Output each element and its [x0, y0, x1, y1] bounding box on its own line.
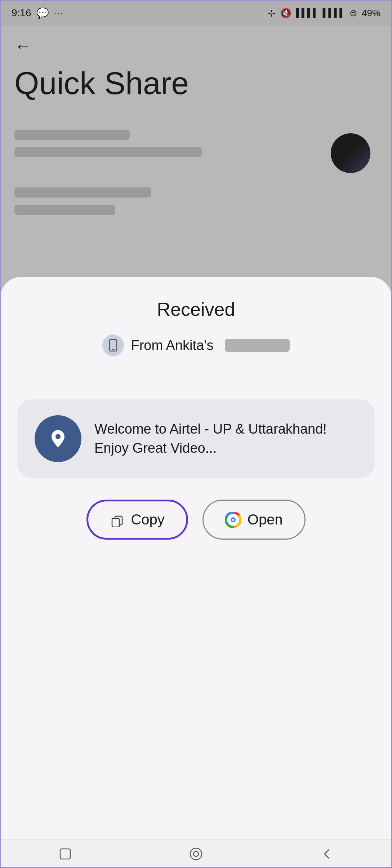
bluetooth-icon: ⊹	[268, 8, 276, 19]
chrome-icon	[225, 512, 241, 528]
message-card: Welcome to Airtel - UP & Uttarakhand! En…	[17, 399, 375, 478]
svg-point-8	[232, 519, 234, 521]
nav-home-button[interactable]	[187, 845, 205, 863]
battery-display: 49%	[362, 8, 380, 19]
avatar	[331, 133, 370, 173]
status-right: ⊹ 🔇 ▌▌▌▌ ▌▌▌▌ ⊜ 49%	[268, 8, 380, 19]
svg-rect-1	[112, 349, 115, 350]
open-button[interactable]: Open	[202, 500, 306, 540]
blurred-content-2	[14, 147, 202, 157]
svg-rect-9	[60, 849, 70, 859]
svg-point-10	[190, 848, 202, 860]
nav-bar	[0, 839, 392, 868]
from-row: From Ankita's	[102, 335, 290, 356]
location-icon-wrapper	[35, 415, 81, 462]
wifi-icon: ⊜	[349, 8, 357, 19]
blurred-content-3	[14, 187, 151, 198]
blurred-content-1	[14, 130, 130, 140]
whatsapp-icon: 💬	[36, 7, 49, 19]
copy-icon	[110, 513, 124, 527]
page-title: Quick Share	[14, 65, 189, 102]
location-pin-icon	[46, 427, 70, 450]
device-icon	[102, 335, 124, 356]
received-title: Received	[157, 298, 235, 320]
dots-icon: ···	[54, 8, 63, 18]
nav-back-button[interactable]	[318, 845, 335, 863]
status-left: 9:16 💬 ···	[12, 7, 63, 19]
svg-rect-3	[112, 518, 119, 527]
from-label: From Ankita's	[131, 338, 214, 353]
buttons-row: Copy	[17, 500, 375, 540]
time-display: 9:16	[12, 7, 31, 19]
signal2-icon: ▌▌▌▌	[323, 8, 345, 18]
back-button[interactable]: ←	[14, 36, 32, 56]
signal-icon: ▌▌▌▌	[296, 8, 318, 18]
status-bar: 9:16 💬 ··· ⊹ 🔇 ▌▌▌▌ ▌▌▌▌ ⊜ 49%	[0, 0, 392, 26]
bottom-sheet: Received From Ankita's Welcome to Airtel…	[0, 277, 392, 839]
svg-point-11	[193, 851, 199, 856]
blurred-content-4	[14, 205, 115, 215]
mute-icon: 🔇	[280, 8, 291, 19]
copy-button[interactable]: Copy	[86, 500, 188, 540]
device-name-blurred	[225, 339, 290, 352]
message-text: Welcome to Airtel - UP & Uttarakhand! En…	[94, 420, 357, 458]
nav-recents-button[interactable]	[57, 845, 74, 863]
